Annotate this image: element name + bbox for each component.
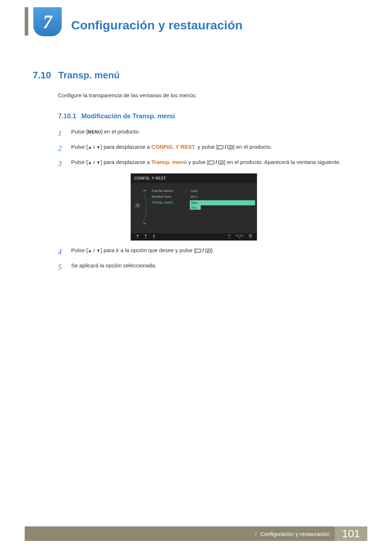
colon: : [186,188,190,193]
osd-panel: CONFIG. Y REST. Fuente autom. : [131,173,257,241]
nav-left-icon: ◄▾ [136,234,139,239]
osd-row: Mostrar hora : 20 s [152,194,255,200]
gear-icon [134,202,141,209]
text-fragment: ] para desplazarse a [101,144,151,150]
step-number: 4 [58,246,65,257]
subsection-number: 7.10.1 [58,111,76,121]
text-fragment: ] en el producto. [101,128,140,135]
text-fragment: Pulse [ [71,159,88,165]
step-item: 3 Pulse [▲/▼] para desplazarse a Transp.… [58,158,341,169]
up-down-icon: ▲/▼ [88,144,101,151]
step-number: 3 [58,158,65,169]
colon: : [186,200,190,205]
up-down-icon: ▲/▼ [88,247,101,254]
svg-rect-2 [209,161,214,164]
osd-row-label: Fuente autom. [152,188,186,193]
enter-keys-icon: / [196,246,211,255]
subsection-heading: 7.10.1 Modificación de Transp. menú [58,111,341,121]
section-number: 7.10 [33,70,51,81]
osd-footer: ◄▾ ▼▾ ▲▾ ↵▾ AUTO▾ ⏻▾ [131,233,257,241]
osd-title: CONFIG. Y REST. [131,173,257,183]
section-title: Transp. menú [58,70,120,81]
highlight-text: Transp. menú [151,159,187,165]
text-fragment: ] para ir a la opción que desee y pulse … [101,247,196,253]
osd-screenshot-item: CONFIG. Y REST. Fuente autom. : [58,173,341,241]
step-item: 2 Pulse [▲/▼] para desplazarse a CONFIG.… [58,143,341,154]
text-fragment: ] en el producto. Aparecerá la ventana s… [224,159,341,165]
chapter-tab: 7 [33,7,62,36]
osd-arc-decoration [141,189,150,225]
footer-bar: 7 Configuración y restauración [25,526,335,541]
step-item: 5 Se aplicará la opción seleccionada. [58,262,341,272]
osd-dropdown-selected: Des. [190,200,255,205]
chapter-title: Configuración y restauración [71,18,242,32]
text-fragment: Pulse [ [71,144,88,150]
chapter-number: 7 [43,11,52,33]
side-accent-bar [25,7,28,36]
step-item: 1 Pulse [MENU] en el producto. [58,128,341,139]
step-number: 5 [58,262,65,272]
svg-line-12 [139,203,139,204]
text-fragment: ] en el producto. [233,144,272,150]
text-fragment: ] para desplazarse a [101,159,151,165]
page-number: 101 [335,526,367,541]
svg-rect-0 [218,145,223,149]
osd-footer-right: ↵▾ AUTO▾ ⏻▾ [228,234,252,239]
osd-row-active: Transp. menú : Des. Act. [152,200,255,206]
osd-row-value: 20 s [190,194,255,199]
power-icon: ⏻▾ [249,234,252,239]
nav-down-icon: ▼▾ [144,234,147,239]
osd-row-value: Auto [190,188,255,193]
step-text: Pulse [▲/▼] para ir a la opción que dese… [71,246,341,255]
highlight-text: CONFIG. Y REST. [151,144,196,150]
svg-marker-13 [143,190,146,191]
svg-line-10 [139,206,139,207]
osd-row: Fuente autom. : Auto [152,188,255,194]
osd-dropdown: Des. Act. [190,200,255,205]
menu-key-label: MENU [88,130,101,135]
body-content: Configure la transparencia de las ventan… [58,91,341,277]
enter-keys-icon: / [218,143,233,151]
step-text: Se aplicará la opción seleccionada. [71,262,341,270]
step-list: 1 Pulse [MENU] en el producto. 2 Pulse [… [58,128,341,272]
enter-keys-icon: / [209,158,224,167]
osd-footer-left: ◄▾ ▼▾ ▲▾ [136,234,156,239]
svg-line-11 [136,206,136,207]
text-fragment: Pulse [ [71,247,88,253]
svg-rect-15 [196,249,201,252]
step-number: 2 [58,143,65,154]
osd-row-label: Transp. menú [152,200,186,205]
nav-up-icon: ▲▾ [152,234,156,239]
footer-chapter-title: Configuración y restauración [260,531,330,537]
footer-chapter-ref: 7 Configuración y restauración [254,531,330,537]
up-down-icon: ▲/▼ [88,159,101,166]
osd-list: Fuente autom. : Auto Mostrar hora : 20 s… [150,187,255,206]
auto-label: AUTO▾ [236,234,244,239]
enter-icon: ↵▾ [228,234,231,239]
step-item: 4 Pulse [▲/▼] para ir a la opción que de… [58,246,341,257]
text-fragment: y pulse [ [196,144,218,150]
colon: : [186,194,190,199]
svg-marker-14 [143,223,146,225]
page: 7 Configuración y restauración 7.10 Tran… [0,0,392,554]
step-text: Pulse [MENU] en el producto. [71,128,341,136]
subsection-title: Modificación de Transp. menú [81,111,175,121]
text-fragment: ]. [211,247,214,253]
step-text: Pulse [▲/▼] para desplazarse a Transp. m… [71,158,341,167]
svg-line-9 [136,203,136,204]
osd-dropdown-other: Act. [190,205,201,210]
section-heading: 7.10 Transp. menú [33,70,120,81]
text-fragment: y pulse [ [187,159,209,165]
section-intro: Configure la transparencia de las ventan… [58,91,341,100]
osd-row-label: Mostrar hora [152,194,186,199]
page-footer: 7 Configuración y restauración 101 [25,526,367,541]
osd-body: Fuente autom. : Auto Mostrar hora : 20 s… [131,183,257,233]
footer-chapter-number: 7 [254,531,257,537]
svg-point-4 [136,204,139,206]
text-fragment: Pulse [ [71,128,88,135]
step-text: Pulse [▲/▼] para desplazarse a CONFIG. Y… [71,143,341,151]
step-number: 1 [58,128,65,139]
